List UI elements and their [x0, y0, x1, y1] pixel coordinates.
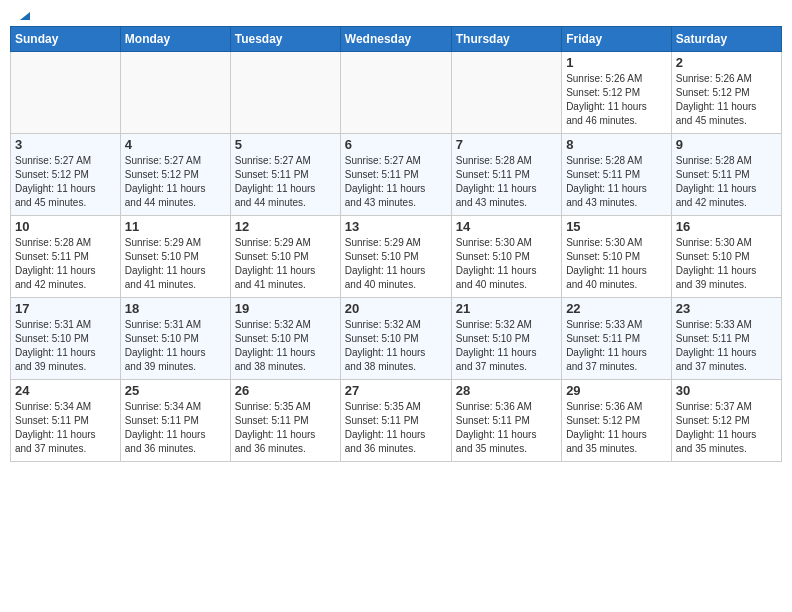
calendar-cell: 15Sunrise: 5:30 AM Sunset: 5:10 PM Dayli… — [562, 216, 672, 298]
day-number: 30 — [676, 383, 777, 398]
day-info: Sunrise: 5:26 AM Sunset: 5:12 PM Dayligh… — [676, 72, 777, 128]
day-number: 27 — [345, 383, 447, 398]
day-number: 22 — [566, 301, 667, 316]
day-info: Sunrise: 5:30 AM Sunset: 5:10 PM Dayligh… — [456, 236, 557, 292]
day-info: Sunrise: 5:37 AM Sunset: 5:12 PM Dayligh… — [676, 400, 777, 456]
calendar-cell: 8Sunrise: 5:28 AM Sunset: 5:11 PM Daylig… — [562, 134, 672, 216]
weekday-header-row: SundayMondayTuesdayWednesdayThursdayFrid… — [11, 27, 782, 52]
calendar-cell: 22Sunrise: 5:33 AM Sunset: 5:11 PM Dayli… — [562, 298, 672, 380]
day-number: 18 — [125, 301, 226, 316]
day-number: 6 — [345, 137, 447, 152]
calendar-cell: 7Sunrise: 5:28 AM Sunset: 5:11 PM Daylig… — [451, 134, 561, 216]
week-row-1: 1Sunrise: 5:26 AM Sunset: 5:12 PM Daylig… — [11, 52, 782, 134]
calendar-cell: 2Sunrise: 5:26 AM Sunset: 5:12 PM Daylig… — [671, 52, 781, 134]
calendar-cell — [230, 52, 340, 134]
day-number: 2 — [676, 55, 777, 70]
day-info: Sunrise: 5:31 AM Sunset: 5:10 PM Dayligh… — [125, 318, 226, 374]
day-number: 24 — [15, 383, 116, 398]
calendar-cell — [11, 52, 121, 134]
day-info: Sunrise: 5:36 AM Sunset: 5:11 PM Dayligh… — [456, 400, 557, 456]
day-number: 14 — [456, 219, 557, 234]
day-number: 15 — [566, 219, 667, 234]
calendar-cell: 4Sunrise: 5:27 AM Sunset: 5:12 PM Daylig… — [120, 134, 230, 216]
day-number: 21 — [456, 301, 557, 316]
day-number: 1 — [566, 55, 667, 70]
calendar-cell: 20Sunrise: 5:32 AM Sunset: 5:10 PM Dayli… — [340, 298, 451, 380]
day-number: 11 — [125, 219, 226, 234]
day-number: 23 — [676, 301, 777, 316]
day-info: Sunrise: 5:36 AM Sunset: 5:12 PM Dayligh… — [566, 400, 667, 456]
day-info: Sunrise: 5:34 AM Sunset: 5:11 PM Dayligh… — [125, 400, 226, 456]
calendar-cell: 19Sunrise: 5:32 AM Sunset: 5:10 PM Dayli… — [230, 298, 340, 380]
weekday-header-thursday: Thursday — [451, 27, 561, 52]
day-number: 28 — [456, 383, 557, 398]
calendar-cell: 9Sunrise: 5:28 AM Sunset: 5:11 PM Daylig… — [671, 134, 781, 216]
calendar-cell: 12Sunrise: 5:29 AM Sunset: 5:10 PM Dayli… — [230, 216, 340, 298]
weekday-header-friday: Friday — [562, 27, 672, 52]
day-info: Sunrise: 5:28 AM Sunset: 5:11 PM Dayligh… — [676, 154, 777, 210]
day-info: Sunrise: 5:27 AM Sunset: 5:12 PM Dayligh… — [15, 154, 116, 210]
calendar-cell: 11Sunrise: 5:29 AM Sunset: 5:10 PM Dayli… — [120, 216, 230, 298]
calendar-cell: 17Sunrise: 5:31 AM Sunset: 5:10 PM Dayli… — [11, 298, 121, 380]
calendar-cell — [451, 52, 561, 134]
day-number: 26 — [235, 383, 336, 398]
calendar-cell: 21Sunrise: 5:32 AM Sunset: 5:10 PM Dayli… — [451, 298, 561, 380]
week-row-5: 24Sunrise: 5:34 AM Sunset: 5:11 PM Dayli… — [11, 380, 782, 462]
weekday-header-saturday: Saturday — [671, 27, 781, 52]
day-number: 13 — [345, 219, 447, 234]
day-number: 5 — [235, 137, 336, 152]
day-info: Sunrise: 5:29 AM Sunset: 5:10 PM Dayligh… — [235, 236, 336, 292]
day-info: Sunrise: 5:31 AM Sunset: 5:10 PM Dayligh… — [15, 318, 116, 374]
calendar-cell: 26Sunrise: 5:35 AM Sunset: 5:11 PM Dayli… — [230, 380, 340, 462]
calendar-cell: 1Sunrise: 5:26 AM Sunset: 5:12 PM Daylig… — [562, 52, 672, 134]
week-row-2: 3Sunrise: 5:27 AM Sunset: 5:12 PM Daylig… — [11, 134, 782, 216]
calendar-cell: 10Sunrise: 5:28 AM Sunset: 5:11 PM Dayli… — [11, 216, 121, 298]
weekday-header-tuesday: Tuesday — [230, 27, 340, 52]
day-info: Sunrise: 5:33 AM Sunset: 5:11 PM Dayligh… — [566, 318, 667, 374]
calendar-cell: 27Sunrise: 5:35 AM Sunset: 5:11 PM Dayli… — [340, 380, 451, 462]
calendar-cell — [340, 52, 451, 134]
day-info: Sunrise: 5:27 AM Sunset: 5:12 PM Dayligh… — [125, 154, 226, 210]
day-info: Sunrise: 5:33 AM Sunset: 5:11 PM Dayligh… — [676, 318, 777, 374]
day-info: Sunrise: 5:32 AM Sunset: 5:10 PM Dayligh… — [235, 318, 336, 374]
day-info: Sunrise: 5:29 AM Sunset: 5:10 PM Dayligh… — [125, 236, 226, 292]
day-info: Sunrise: 5:32 AM Sunset: 5:10 PM Dayligh… — [456, 318, 557, 374]
day-info: Sunrise: 5:32 AM Sunset: 5:10 PM Dayligh… — [345, 318, 447, 374]
calendar-table: SundayMondayTuesdayWednesdayThursdayFrid… — [10, 26, 782, 462]
day-info: Sunrise: 5:28 AM Sunset: 5:11 PM Dayligh… — [15, 236, 116, 292]
calendar-cell: 30Sunrise: 5:37 AM Sunset: 5:12 PM Dayli… — [671, 380, 781, 462]
day-number: 29 — [566, 383, 667, 398]
weekday-header-sunday: Sunday — [11, 27, 121, 52]
calendar-cell: 25Sunrise: 5:34 AM Sunset: 5:11 PM Dayli… — [120, 380, 230, 462]
logo-triangle-icon — [16, 6, 32, 22]
day-info: Sunrise: 5:29 AM Sunset: 5:10 PM Dayligh… — [345, 236, 447, 292]
page-header — [10, 10, 782, 18]
day-number: 16 — [676, 219, 777, 234]
day-info: Sunrise: 5:30 AM Sunset: 5:10 PM Dayligh… — [676, 236, 777, 292]
day-number: 20 — [345, 301, 447, 316]
day-info: Sunrise: 5:35 AM Sunset: 5:11 PM Dayligh… — [345, 400, 447, 456]
day-info: Sunrise: 5:34 AM Sunset: 5:11 PM Dayligh… — [15, 400, 116, 456]
day-number: 19 — [235, 301, 336, 316]
svg-marker-0 — [20, 12, 30, 20]
day-number: 12 — [235, 219, 336, 234]
day-info: Sunrise: 5:28 AM Sunset: 5:11 PM Dayligh… — [456, 154, 557, 210]
calendar-cell: 3Sunrise: 5:27 AM Sunset: 5:12 PM Daylig… — [11, 134, 121, 216]
day-number: 8 — [566, 137, 667, 152]
day-number: 7 — [456, 137, 557, 152]
calendar-cell: 28Sunrise: 5:36 AM Sunset: 5:11 PM Dayli… — [451, 380, 561, 462]
calendar-cell: 5Sunrise: 5:27 AM Sunset: 5:11 PM Daylig… — [230, 134, 340, 216]
week-row-3: 10Sunrise: 5:28 AM Sunset: 5:11 PM Dayli… — [11, 216, 782, 298]
week-row-4: 17Sunrise: 5:31 AM Sunset: 5:10 PM Dayli… — [11, 298, 782, 380]
day-info: Sunrise: 5:30 AM Sunset: 5:10 PM Dayligh… — [566, 236, 667, 292]
calendar-cell: 24Sunrise: 5:34 AM Sunset: 5:11 PM Dayli… — [11, 380, 121, 462]
day-number: 17 — [15, 301, 116, 316]
logo — [14, 10, 32, 18]
calendar-cell: 14Sunrise: 5:30 AM Sunset: 5:10 PM Dayli… — [451, 216, 561, 298]
day-info: Sunrise: 5:26 AM Sunset: 5:12 PM Dayligh… — [566, 72, 667, 128]
day-number: 10 — [15, 219, 116, 234]
day-info: Sunrise: 5:35 AM Sunset: 5:11 PM Dayligh… — [235, 400, 336, 456]
calendar-cell: 6Sunrise: 5:27 AM Sunset: 5:11 PM Daylig… — [340, 134, 451, 216]
weekday-header-monday: Monday — [120, 27, 230, 52]
day-info: Sunrise: 5:27 AM Sunset: 5:11 PM Dayligh… — [235, 154, 336, 210]
